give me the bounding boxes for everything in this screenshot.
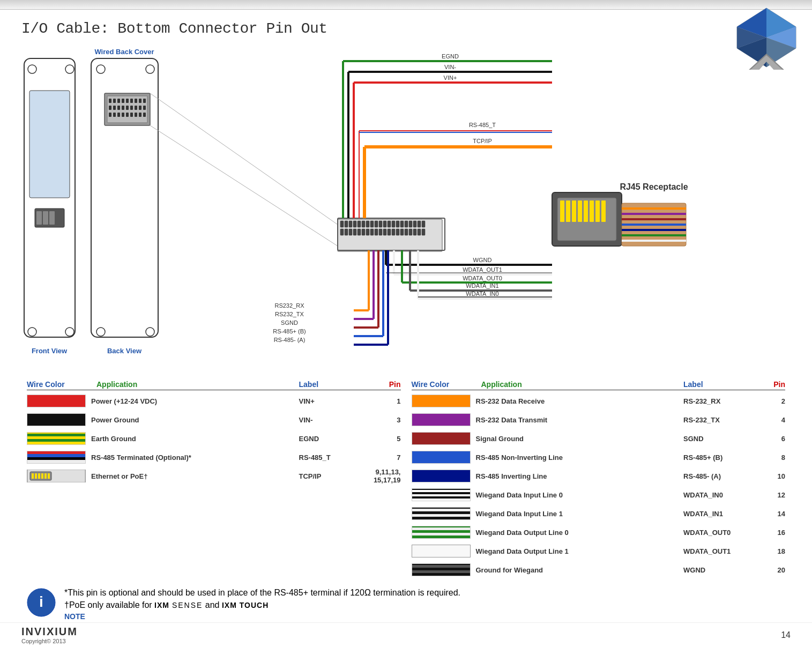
note-and-text: and: [203, 600, 222, 609]
svg-rect-67: [375, 221, 378, 227]
svg-text:RS232_TX: RS232_TX: [275, 311, 304, 317]
svg-rect-14: [29, 91, 70, 198]
svg-rect-94: [405, 229, 408, 235]
svg-rect-92: [396, 229, 399, 235]
svg-rect-82: [353, 229, 356, 235]
label-wdata-in1: WDATA_IN1: [683, 510, 753, 518]
svg-text:WDATA_IN0: WDATA_IN0: [466, 291, 498, 297]
brand-ixm-sense: IXM: [154, 601, 172, 609]
svg-rect-71: [392, 221, 395, 227]
label-rs232rx: RS-232_RX: [683, 397, 753, 405]
svg-text:EGND: EGND: [442, 53, 459, 60]
svg-rect-35: [143, 99, 146, 103]
svg-rect-174: [48, 473, 50, 479]
svg-text:RS-485- (A): RS-485- (A): [274, 337, 306, 343]
svg-rect-16: [36, 211, 42, 225]
left-header-application: Application: [96, 380, 299, 389]
right-header-wirecolor: Wire Color: [412, 380, 481, 389]
svg-point-11: [65, 65, 74, 73]
svg-rect-75: [409, 221, 412, 227]
label-rs485-b: RS-485+ (B): [683, 453, 753, 462]
svg-point-10: [28, 65, 36, 73]
pin-rs232rx: 2: [753, 397, 785, 405]
svg-rect-61: [349, 221, 352, 227]
info-icon: i: [27, 588, 56, 618]
left-table-header: Wire Color Application Label Pin: [27, 380, 401, 390]
table-left: Wire Color Application Label Pin Power (…: [27, 380, 401, 580]
svg-rect-172: [41, 473, 43, 479]
svg-rect-93: [400, 229, 404, 235]
app-rs485-a: RS-485 Inverting Line: [476, 472, 684, 480]
app-vin-plus: Power (+12-24 VDC): [91, 397, 299, 405]
main-content: I/O Cable: Bottom Connector Pin Out Fron…: [0, 10, 812, 631]
pin-wgnd: 20: [753, 566, 785, 574]
note-content: *This pin is optional and should be used…: [64, 588, 460, 621]
pin-wdata-out1: 18: [753, 547, 785, 555]
svg-point-13: [65, 328, 74, 336]
right-row-5: RS-485 Inverting Line RS-485- (A) 10: [412, 467, 786, 485]
svg-rect-169: [32, 473, 34, 479]
svg-text:i: i: [39, 593, 43, 610]
svg-rect-47: [117, 113, 120, 117]
svg-text:WDATA_OUT1: WDATA_OUT1: [463, 266, 502, 273]
svg-text:WDATA_IN1: WDATA_IN1: [466, 282, 498, 289]
svg-rect-44: [143, 106, 146, 110]
pin-egnd: 5: [369, 435, 401, 443]
svg-rect-98: [422, 229, 425, 235]
right-row-6: Wiegand Data Input Line 0 WDATA_IN0 12: [412, 486, 786, 503]
svg-text:Back View: Back View: [107, 347, 142, 355]
app-wdata-out1: Wiegand Data Output Line 1: [476, 547, 684, 555]
app-sgnd: Signal Ground: [476, 435, 684, 443]
svg-point-21: [96, 65, 105, 73]
svg-rect-69: [383, 221, 386, 227]
svg-rect-108: [595, 200, 600, 222]
svg-rect-53: [143, 113, 146, 117]
swatch-egnd: [27, 432, 86, 445]
app-rs485-t: RS-485 Terminated (Optional)*: [91, 453, 299, 462]
svg-rect-36: [109, 106, 111, 110]
svg-rect-28: [113, 99, 116, 103]
swatch-wdata-out1: [412, 545, 471, 557]
svg-rect-52: [139, 113, 141, 117]
footer-brand: INVIXIUM Copyright© 2013: [21, 626, 78, 644]
svg-rect-85: [366, 229, 369, 235]
svg-rect-86: [370, 229, 374, 235]
note-dagger: †PoE only available for IXM SENSE and IX…: [64, 600, 460, 610]
svg-rect-88: [379, 229, 382, 235]
left-row-5: Ethernet or PoE† TCP/IP 9,11,13, 15,17,1…: [27, 467, 401, 485]
svg-text:RJ45 Receptacle: RJ45 Receptacle: [620, 182, 688, 191]
app-rs232rx: RS-232 Data Receive: [476, 397, 684, 405]
right-row-10: Ground for Wiegand WGND 20: [412, 561, 786, 578]
svg-rect-106: [584, 200, 588, 222]
app-tcpip: Ethernet or PoE†: [91, 472, 299, 480]
svg-rect-84: [362, 229, 365, 235]
pin-rs485-b: 8: [753, 453, 785, 462]
right-header-pin: Pin: [753, 380, 785, 389]
svg-rect-74: [405, 221, 408, 227]
note-asterisk: *This pin is optional and should be used…: [64, 588, 460, 598]
pin-vin-minus: 3: [369, 416, 401, 424]
svg-rect-42: [135, 106, 137, 110]
left-row-2: Power Ground VIN- 3: [27, 411, 401, 428]
diagram-area: Front View: [21, 42, 791, 375]
right-row-1: RS-232 Data Receive RS-232_RX 2: [412, 392, 786, 410]
svg-text:RS-485_T: RS-485_T: [469, 122, 496, 128]
label-egnd: EGND: [299, 435, 369, 443]
svg-line-57: [150, 125, 338, 246]
right-row-3: Signal Ground SGND 6: [412, 430, 786, 447]
app-egnd: Earth Ground: [91, 435, 299, 443]
svg-point-23: [96, 328, 105, 336]
label-tcpip: TCP/IP: [299, 472, 369, 480]
right-row-9: Wiegand Data Output Line 1 WDATA_OUT1 18: [412, 542, 786, 560]
svg-text:WGND: WGND: [473, 257, 492, 263]
app-rs232tx: RS-232 Data Transmit: [476, 416, 684, 424]
svg-text:VIN-: VIN-: [444, 64, 456, 70]
svg-rect-97: [418, 229, 421, 235]
swatch-rs485-b: [412, 451, 471, 464]
page-title: I/O Cable: Bottom Connector Pin Out: [21, 20, 791, 37]
svg-rect-31: [126, 99, 129, 103]
svg-rect-76: [413, 221, 416, 227]
svg-line-56: [150, 93, 338, 225]
svg-rect-43: [139, 106, 141, 110]
svg-rect-49: [126, 113, 129, 117]
